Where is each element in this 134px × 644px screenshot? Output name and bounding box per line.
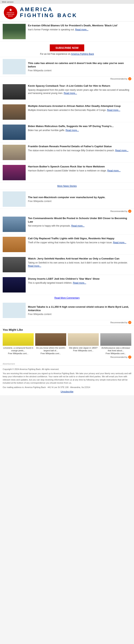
yml-thumb-japan bbox=[68, 333, 99, 346]
article-biden-gaffe: Biden Makes Ridiculous Gaffe, Suggests H… bbox=[0, 122, 134, 142]
recommended-bar-3: Recommended by J bbox=[0, 320, 134, 326]
read-more-link[interactable]: Read more... bbox=[71, 224, 84, 227]
article-thumbnail bbox=[3, 165, 26, 180]
yml-source-ball: Free Wikipedia cont... bbox=[35, 352, 66, 355]
article-summary: Taking on Seinfeld in his own arena is a… bbox=[28, 261, 131, 268]
subscribe-subtext: For an Ad Free experience on America Fig… bbox=[2, 53, 132, 55]
article-ten-commandments: Ten Commandments Would Be Posted in Scho… bbox=[0, 214, 134, 234]
footer-address: Our mailing address is: America Fighting… bbox=[3, 386, 131, 388]
read-more-link[interactable]: Read more... bbox=[115, 149, 129, 152]
article-content: Ten Commandments Would Be Posted in Scho… bbox=[28, 216, 131, 228]
subscribe-button[interactable]: SUBSCRIBE NOW bbox=[50, 44, 84, 51]
ad-inner: This cake has almost no calories and it … bbox=[3, 59, 131, 74]
recommended-bar-2: Recommended by J bbox=[0, 209, 134, 214]
yml-source-japan: Free Wikipedia cont... bbox=[68, 349, 99, 352]
ad-thumbnail bbox=[3, 59, 26, 74]
article-title: Ex-Iranian Official Blames US for Presid… bbox=[28, 24, 118, 27]
yml-title-ball: Do you know where the world's largest ba… bbox=[35, 346, 66, 352]
article-summary: The statue even includes a nod to the la… bbox=[28, 149, 129, 152]
yml-thumb-lemon bbox=[3, 333, 34, 346]
j-logo-icon: J bbox=[128, 77, 131, 80]
ad-source-3: Free Wikipedia content bbox=[28, 313, 131, 316]
article-harrison-butker: Harrison Butker's Speech Causes Rock Sta… bbox=[0, 162, 134, 183]
ad-thumbnail-2 bbox=[3, 192, 26, 207]
yml-thumb-dino bbox=[100, 333, 131, 346]
j-logo-icon-3: J bbox=[128, 321, 131, 324]
read-more-link[interactable]: Read more... bbox=[64, 92, 77, 94]
yml-item-lemon[interactable]: Limonene, a compound found in orange pee… bbox=[3, 333, 34, 355]
footer: Copyright © 2024 America Fighting Back. … bbox=[0, 365, 134, 395]
site-header: ★ AMERICAFIGHTINGBACK AMERICA FIGHTING B… bbox=[0, 4, 134, 22]
yml-item-japan[interactable]: Did aliens visit Japan in 1803? Free Wik… bbox=[68, 333, 99, 355]
article-thumbnail bbox=[3, 124, 26, 140]
read-more-link[interactable]: Read more... bbox=[66, 129, 79, 132]
article-content: Multiple Americans Arrested in African N… bbox=[28, 104, 121, 112]
article-thumbnail bbox=[3, 216, 26, 232]
article-title: Watch: Jerry Seinfeld Handles Anti-Israe… bbox=[28, 257, 131, 260]
article-content: Biden Makes Ridiculous Gaffe, Suggests H… bbox=[28, 124, 114, 132]
yml-item-ball[interactable]: Do you know where the world's largest ba… bbox=[35, 333, 66, 355]
article-title: Cali City Replaced Traffic Lights with O… bbox=[28, 237, 126, 240]
commentary-anchor[interactable]: Read More Commentary bbox=[54, 296, 79, 299]
read-more-link[interactable]: Read more... bbox=[73, 282, 86, 284]
article-seinfeld: Watch: Jerry Seinfeld Handles Anti-Israe… bbox=[0, 255, 134, 275]
more-news-anchor[interactable]: More News Stories bbox=[57, 185, 76, 188]
article-kevin-spacey: Kevin Spacey Comeback Tour: A-List Celeb… bbox=[0, 82, 134, 102]
ad-text-2: The last non-Macintosh computer ever man… bbox=[28, 196, 105, 202]
article-americans-arrested: Multiple Americans Arrested in African N… bbox=[0, 102, 134, 122]
read-more-link[interactable]: Read more... bbox=[113, 241, 126, 244]
logo-text: AMERICAFIGHTINGBACK bbox=[6, 12, 14, 17]
site-title-line1: AMERICA bbox=[20, 6, 77, 12]
ad-source-2: Free Wikipedia content bbox=[28, 200, 105, 202]
article-content: Ex-Iranian Official Blames US for Presid… bbox=[28, 24, 118, 31]
read-more-link[interactable]: Read more... bbox=[75, 28, 88, 31]
article-title: Disney Inserts LGBT Jedi Into Children's… bbox=[28, 277, 100, 280]
ad-text-3: Mount Takahe is a 11,350 ft high snow-co… bbox=[28, 305, 131, 316]
read-more-commentary-link[interactable]: Read More Commentary bbox=[0, 295, 134, 301]
yml-item-dino[interactable]: Achelousaurus was a dinosaur that lived … bbox=[100, 333, 131, 355]
footer-disclaimer: You are receiving this email because you… bbox=[3, 372, 131, 384]
site-title-line2: FIGHTING BACK bbox=[20, 12, 77, 18]
ad-inner-2: The last non-Macintosh computer ever man… bbox=[3, 192, 131, 207]
article-content: Disney Inserts LGBT Jedi Into Children's… bbox=[28, 277, 100, 284]
article-content: Kevin Spacey Comeback Tour: A-List Celeb… bbox=[28, 84, 131, 95]
article-thumbnail bbox=[3, 277, 26, 292]
article-summary: Iran's former Foreign minister is speaki… bbox=[28, 28, 118, 31]
subscribe-link[interactable]: America Fighting Back bbox=[71, 53, 94, 55]
article-title: Franklin Graham Reveals Powerful Details… bbox=[28, 145, 129, 148]
more-news-stories-link[interactable]: More News Stories bbox=[0, 183, 134, 190]
read-more-link[interactable]: Read more... bbox=[107, 109, 120, 112]
article-content: Harrison Butker's Speech Causes Rock Sta… bbox=[28, 165, 121, 172]
you-might-like-section: You Might Like Limonene, a compound foun… bbox=[0, 326, 134, 362]
web-version-label: Web version bbox=[2, 1, 14, 3]
logo-star-icon: ★ bbox=[6, 8, 14, 12]
read-more-link[interactable]: Read more... bbox=[107, 169, 121, 172]
recommended-label-2: Recommended by J bbox=[110, 210, 131, 213]
ad-widget-3: Mount Takahe is a 11,350 ft high snow-co… bbox=[0, 301, 134, 320]
ad-title[interactable]: This cake has almost no calories and it … bbox=[28, 62, 131, 68]
read-more-link[interactable]: Read more... bbox=[28, 265, 41, 267]
yml-title-lemon: Limonene, a compound found in orange pee… bbox=[3, 346, 34, 352]
article-content: Watch: Jerry Seinfeld Handles Anti-Israe… bbox=[28, 257, 131, 268]
article-cali-city: Cali City Replaced Traffic Lights with O… bbox=[0, 234, 134, 255]
article-summary: Spacey disappeared from the public eye n… bbox=[28, 88, 131, 95]
j-logo-icon-2: J bbox=[128, 210, 131, 213]
ad-title-3[interactable]: Mount Takahe is a 11,350 ft high snow-co… bbox=[28, 305, 131, 312]
ad-source: Free Wikipedia content bbox=[28, 69, 131, 72]
yml-thumb-ball bbox=[35, 333, 66, 346]
recommended-label: Recommended by J bbox=[110, 77, 131, 80]
unsubscribe-link[interactable]: Unsubscribe bbox=[3, 390, 131, 393]
ad-title-2[interactable]: The last non-Macintosh computer ever man… bbox=[28, 196, 105, 199]
advertisement-label: Advertisement bbox=[0, 362, 134, 365]
article-summary: Theft of the copper wiring that makes th… bbox=[28, 241, 126, 244]
article-summary: Multiple Americans have been arrested in… bbox=[28, 108, 121, 112]
subscribe-section: SUBSCRIBE NOW For an Ad Free experience … bbox=[0, 42, 134, 57]
ad-thumbnail-3 bbox=[3, 303, 26, 318]
article-franklin-graham: Franklin Graham Reveals Powerful Details… bbox=[0, 142, 134, 162]
yml-title-dino: Achelousaurus was a dinosaur that lived … bbox=[100, 346, 131, 352]
yml-grid: Limonene, a compound found in orange pee… bbox=[3, 333, 131, 355]
recommended-bar-1: Recommended by J bbox=[0, 76, 134, 82]
article-content: Franklin Graham Reveals Powerful Details… bbox=[28, 145, 129, 152]
article-iranian-official: Ex-Iranian Official Blames US for Presid… bbox=[0, 22, 134, 42]
article-summary: This is specifically targeted toward chi… bbox=[28, 281, 100, 284]
